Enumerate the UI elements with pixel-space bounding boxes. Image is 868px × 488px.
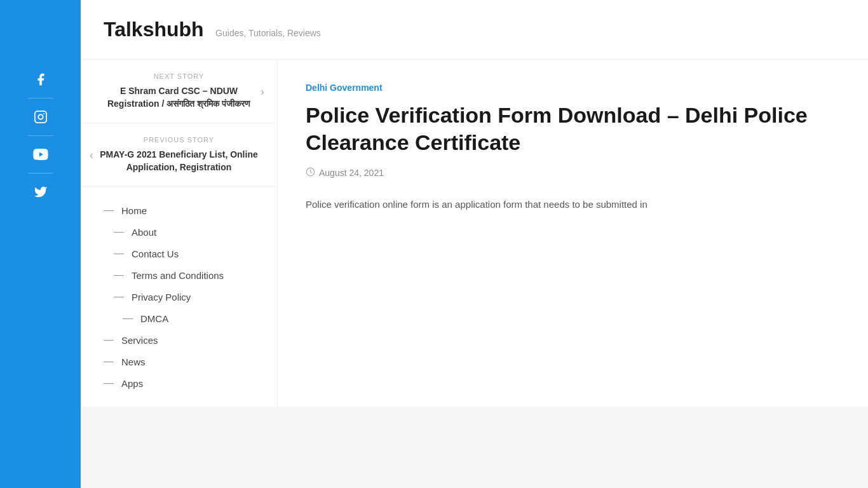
site-header: Talkshubh Guides, Tutorials, Reviews (81, 0, 868, 60)
divider-2 (28, 135, 53, 136)
article-area: Delhi Government Police Verification For… (278, 60, 868, 407)
article-category[interactable]: Delhi Government (306, 83, 840, 93)
prev-story-label: PREVIOUS STORY (96, 136, 262, 144)
menu-apps[interactable]: — Apps (81, 372, 277, 394)
sidebar-menu: — Home — About — Contact Us — Terms and … (81, 187, 277, 407)
left-sidebar: NEXT STORY E Shram Card CSC – NDUW Regis… (81, 60, 278, 407)
menu-home[interactable]: — Home (81, 200, 277, 221)
next-story-label: NEXT STORY (96, 72, 262, 80)
article-date: August 24, 2021 (306, 167, 840, 179)
content-area: NEXT STORY E Shram Card CSC – NDUW Regis… (81, 60, 868, 407)
prev-story-card[interactable]: ‹ PREVIOUS STORY PMAY-G 2021 Beneficiary… (81, 123, 277, 187)
main-wrapper: Talkshubh Guides, Tutorials, Reviews NEX… (81, 0, 868, 488)
twitter-icon[interactable] (25, 176, 57, 208)
site-subtitle: Guides, Tutorials, Reviews (215, 28, 321, 38)
next-story-title: E Shram Card CSC – NDUW Registration / अ… (96, 85, 262, 110)
instagram-icon[interactable] (25, 101, 57, 133)
article-date-text: August 24, 2021 (319, 168, 384, 178)
next-story-card[interactable]: NEXT STORY E Shram Card CSC – NDUW Regis… (81, 60, 277, 123)
clock-icon (306, 167, 315, 179)
article-title: Police Verification Form Download – Delh… (306, 102, 840, 156)
menu-contact[interactable]: — Contact Us (81, 243, 277, 264)
menu-dmca[interactable]: — DMCA (81, 308, 277, 329)
prev-arrow-icon: ‹ (90, 148, 93, 161)
menu-privacy[interactable]: — Privacy Policy (81, 286, 277, 308)
next-arrow-icon: › (261, 85, 264, 98)
svg-point-2 (43, 113, 44, 114)
svg-point-1 (38, 114, 43, 119)
menu-terms[interactable]: — Terms and Conditions (81, 264, 277, 286)
menu-news[interactable]: — News (81, 351, 277, 372)
prev-story-title: PMAY-G 2021 Beneficiary List, Online App… (96, 149, 262, 173)
divider-3 (28, 173, 53, 173)
facebook-icon[interactable] (25, 64, 57, 95)
menu-about[interactable]: — About (81, 221, 277, 243)
social-sidebar (0, 0, 81, 488)
divider-1 (28, 98, 53, 98)
site-title[interactable]: Talkshubh (104, 18, 204, 41)
svg-rect-0 (34, 111, 46, 123)
menu-services[interactable]: — Services (81, 329, 277, 351)
article-excerpt: Police verification online form is an ap… (306, 196, 840, 213)
youtube-icon[interactable] (25, 139, 57, 170)
